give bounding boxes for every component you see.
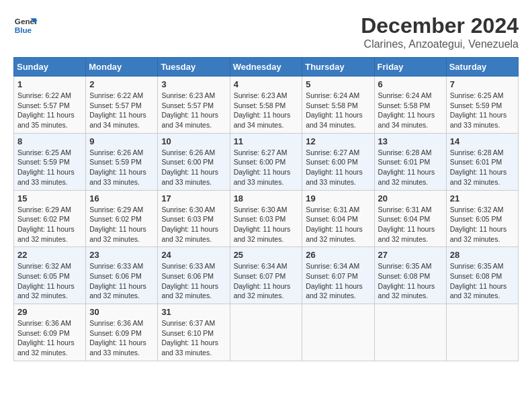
day-number: 2: [89, 79, 154, 89]
day-info: Sunrise: 6:34 AM Sunset: 6:07 PM Dayligh…: [306, 261, 370, 301]
day-info: Sunrise: 6:32 AM Sunset: 6:05 PM Dayligh…: [450, 205, 515, 244]
day-number: 15: [17, 193, 82, 203]
day-info: Sunrise: 6:23 AM Sunset: 5:57 PM Dayligh…: [161, 91, 226, 130]
calendar-cell: 20Sunrise: 6:31 AM Sunset: 6:04 PM Dayli…: [374, 190, 446, 247]
day-info: Sunrise: 6:35 AM Sunset: 6:08 PM Dayligh…: [378, 261, 443, 301]
day-info: Sunrise: 6:37 AM Sunset: 6:10 PM Dayligh…: [161, 318, 226, 358]
calendar-cell: 2Sunrise: 6:22 AM Sunset: 5:57 PM Daylig…: [86, 77, 158, 134]
day-number: 13: [378, 136, 443, 146]
day-info: Sunrise: 6:30 AM Sunset: 6:03 PM Dayligh…: [234, 205, 299, 244]
day-info: Sunrise: 6:25 AM Sunset: 5:59 PM Dayligh…: [450, 91, 515, 130]
calendar-cell: 28Sunrise: 6:35 AM Sunset: 6:08 PM Dayli…: [446, 247, 518, 304]
day-number: 16: [89, 193, 154, 203]
calendar-cell: 29Sunrise: 6:36 AM Sunset: 6:09 PM Dayli…: [14, 304, 86, 361]
day-number: 31: [161, 307, 226, 317]
calendar-cell: 23Sunrise: 6:33 AM Sunset: 6:06 PM Dayli…: [86, 247, 158, 304]
calendar-cell: 31Sunrise: 6:37 AM Sunset: 6:10 PM Dayli…: [158, 304, 230, 361]
day-info: Sunrise: 6:28 AM Sunset: 6:01 PM Dayligh…: [378, 148, 443, 187]
day-number: 10: [161, 136, 226, 146]
calendar-cell: 11Sunrise: 6:27 AM Sunset: 6:00 PM Dayli…: [230, 133, 302, 190]
day-number: 1: [17, 79, 82, 89]
day-info: Sunrise: 6:30 AM Sunset: 6:03 PM Dayligh…: [161, 205, 226, 244]
calendar-cell: 8Sunrise: 6:25 AM Sunset: 5:59 PM Daylig…: [14, 133, 86, 190]
calendar-cell: 27Sunrise: 6:35 AM Sunset: 6:08 PM Dayli…: [374, 247, 446, 304]
calendar-cell: [374, 304, 446, 361]
day-number: 8: [17, 136, 82, 146]
header-cell-tuesday: Tuesday: [158, 58, 230, 77]
calendar-header-row: SundayMondayTuesdayWednesdayThursdayFrid…: [14, 58, 519, 77]
day-number: 22: [17, 250, 82, 260]
calendar-cell: 19Sunrise: 6:31 AM Sunset: 6:04 PM Dayli…: [302, 190, 374, 247]
calendar-cell: 22Sunrise: 6:32 AM Sunset: 6:05 PM Dayli…: [14, 247, 86, 304]
day-number: 14: [450, 136, 515, 146]
header-cell-thursday: Thursday: [302, 58, 374, 77]
header-cell-monday: Monday: [86, 58, 158, 77]
day-number: 29: [17, 307, 82, 317]
calendar-cell: [446, 304, 518, 361]
calendar-cell: 13Sunrise: 6:28 AM Sunset: 6:01 PM Dayli…: [374, 133, 446, 190]
calendar-cell: 9Sunrise: 6:26 AM Sunset: 5:59 PM Daylig…: [86, 133, 158, 190]
calendar-cell: 18Sunrise: 6:30 AM Sunset: 6:03 PM Dayli…: [230, 190, 302, 247]
day-info: Sunrise: 6:23 AM Sunset: 5:58 PM Dayligh…: [234, 91, 299, 130]
calendar-week-row: 29Sunrise: 6:36 AM Sunset: 6:09 PM Dayli…: [14, 304, 519, 361]
day-info: Sunrise: 6:22 AM Sunset: 5:57 PM Dayligh…: [17, 91, 82, 130]
day-info: Sunrise: 6:31 AM Sunset: 6:04 PM Dayligh…: [378, 205, 443, 244]
day-info: Sunrise: 6:29 AM Sunset: 6:02 PM Dayligh…: [89, 205, 154, 244]
day-info: Sunrise: 6:33 AM Sunset: 6:06 PM Dayligh…: [161, 261, 226, 301]
calendar-cell: 24Sunrise: 6:33 AM Sunset: 6:06 PM Dayli…: [158, 247, 230, 304]
calendar-week-row: 22Sunrise: 6:32 AM Sunset: 6:05 PM Dayli…: [14, 247, 519, 304]
calendar-cell: 14Sunrise: 6:28 AM Sunset: 6:01 PM Dayli…: [446, 133, 518, 190]
day-info: Sunrise: 6:33 AM Sunset: 6:06 PM Dayligh…: [89, 261, 154, 301]
day-number: 12: [306, 136, 370, 146]
calendar-cell: 16Sunrise: 6:29 AM Sunset: 6:02 PM Dayli…: [86, 190, 158, 247]
title-area: December 2024 Clarines, Anzoategui, Vene…: [361, 13, 519, 50]
day-number: 25: [234, 250, 299, 260]
day-info: Sunrise: 6:29 AM Sunset: 6:02 PM Dayligh…: [17, 205, 82, 244]
day-number: 24: [161, 250, 226, 260]
day-info: Sunrise: 6:26 AM Sunset: 5:59 PM Dayligh…: [89, 148, 154, 187]
calendar-cell: [302, 304, 374, 361]
logo: General Blue: [13, 13, 38, 38]
page-header: General Blue December 2024 Clarines, Anz…: [13, 13, 519, 50]
day-info: Sunrise: 6:32 AM Sunset: 6:05 PM Dayligh…: [17, 261, 82, 301]
day-info: Sunrise: 6:31 AM Sunset: 6:04 PM Dayligh…: [306, 205, 370, 244]
calendar-table: SundayMondayTuesdayWednesdayThursdayFrid…: [13, 57, 519, 361]
day-number: 27: [378, 250, 443, 260]
calendar-cell: 21Sunrise: 6:32 AM Sunset: 6:05 PM Dayli…: [446, 190, 518, 247]
calendar-cell: 1Sunrise: 6:22 AM Sunset: 5:57 PM Daylig…: [14, 77, 86, 134]
day-number: 9: [89, 136, 154, 146]
day-info: Sunrise: 6:22 AM Sunset: 5:57 PM Dayligh…: [89, 91, 154, 130]
calendar-cell: 4Sunrise: 6:23 AM Sunset: 5:58 PM Daylig…: [230, 77, 302, 134]
day-number: 18: [234, 193, 299, 203]
calendar-cell: 26Sunrise: 6:34 AM Sunset: 6:07 PM Dayli…: [302, 247, 374, 304]
day-info: Sunrise: 6:36 AM Sunset: 6:09 PM Dayligh…: [17, 318, 82, 358]
day-number: 21: [450, 193, 515, 203]
calendar-week-row: 15Sunrise: 6:29 AM Sunset: 6:02 PM Dayli…: [14, 190, 519, 247]
calendar-cell: 25Sunrise: 6:34 AM Sunset: 6:07 PM Dayli…: [230, 247, 302, 304]
day-number: 5: [306, 79, 370, 89]
day-info: Sunrise: 6:25 AM Sunset: 5:59 PM Dayligh…: [17, 148, 82, 187]
day-number: 28: [450, 250, 515, 260]
day-number: 7: [450, 79, 515, 89]
header-cell-wednesday: Wednesday: [230, 58, 302, 77]
calendar-cell: 15Sunrise: 6:29 AM Sunset: 6:02 PM Dayli…: [14, 190, 86, 247]
calendar-cell: 10Sunrise: 6:26 AM Sunset: 6:00 PM Dayli…: [158, 133, 230, 190]
day-number: 23: [89, 250, 154, 260]
day-info: Sunrise: 6:24 AM Sunset: 5:58 PM Dayligh…: [378, 91, 443, 130]
day-info: Sunrise: 6:34 AM Sunset: 6:07 PM Dayligh…: [234, 261, 299, 301]
day-info: Sunrise: 6:26 AM Sunset: 6:00 PM Dayligh…: [161, 148, 226, 187]
calendar-cell: 12Sunrise: 6:27 AM Sunset: 6:00 PM Dayli…: [302, 133, 374, 190]
calendar-cell: 17Sunrise: 6:30 AM Sunset: 6:03 PM Dayli…: [158, 190, 230, 247]
calendar-week-row: 1Sunrise: 6:22 AM Sunset: 5:57 PM Daylig…: [14, 77, 519, 134]
day-number: 11: [234, 136, 299, 146]
day-number: 20: [378, 193, 443, 203]
logo-icon: General Blue: [13, 13, 38, 38]
calendar-cell: 7Sunrise: 6:25 AM Sunset: 5:59 PM Daylig…: [446, 77, 518, 134]
day-number: 4: [234, 79, 299, 89]
day-info: Sunrise: 6:24 AM Sunset: 5:58 PM Dayligh…: [306, 91, 370, 130]
header-cell-sunday: Sunday: [14, 58, 86, 77]
calendar-cell: 5Sunrise: 6:24 AM Sunset: 5:58 PM Daylig…: [302, 77, 374, 134]
calendar-cell: [230, 304, 302, 361]
day-info: Sunrise: 6:36 AM Sunset: 6:09 PM Dayligh…: [89, 318, 154, 358]
calendar-week-row: 8Sunrise: 6:25 AM Sunset: 5:59 PM Daylig…: [14, 133, 519, 190]
